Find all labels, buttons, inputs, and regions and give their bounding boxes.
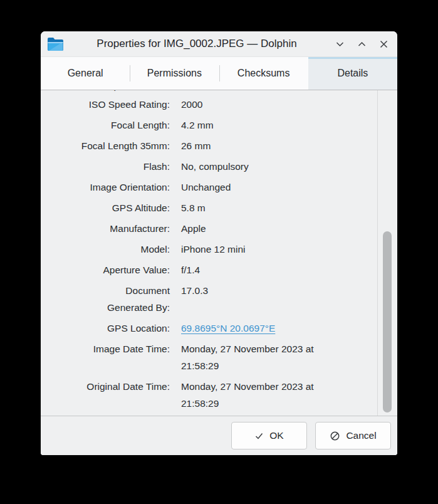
screen-background: Properties for IMG_0002.JPEG — Dolphin [0, 0, 438, 504]
detail-label: Document Generated By: [41, 282, 170, 316]
tab-label: Checksums [237, 68, 290, 79]
detail-value: Monday, 27 November 2023 at 21:58:29 [181, 378, 377, 412]
detail-label: Image Date Time: [41, 340, 170, 374]
details-panel: Exposure Time:1/33 of a secondISO Speed … [41, 90, 397, 416]
ok-button[interactable]: OK [231, 422, 307, 449]
detail-row: Manufacturer:Apple [41, 218, 377, 239]
detail-row: Focal Length 35mm:26 mm [41, 135, 377, 156]
detail-label: ISO Speed Rating: [41, 96, 170, 113]
tab-label: Permissions [147, 68, 202, 79]
tab-checksums[interactable]: Checksums [219, 57, 308, 90]
close-button[interactable] [378, 39, 388, 49]
detail-value: 17.0.3 [181, 282, 377, 316]
maximize-button[interactable] [357, 39, 367, 49]
tab-label: Details [337, 68, 368, 79]
scrollbar-thumb[interactable] [383, 231, 392, 412]
cancel-icon [330, 431, 340, 441]
detail-label: Exposure Time: [41, 90, 170, 94]
detail-row: Image Date Time:Monday, 27 November 2023… [41, 339, 377, 376]
detail-row: GPS Altitude:5.8 m [41, 197, 377, 218]
ok-button-label: OK [269, 430, 283, 441]
detail-row: Model:iPhone 12 mini [41, 239, 377, 260]
detail-value: No, compulsory [181, 158, 377, 175]
detail-value: Apple [181, 220, 377, 237]
detail-label: GPS Location: [41, 320, 170, 337]
tab-permissions[interactable]: Permissions [130, 57, 219, 90]
detail-row: Document Generated By:17.0.3 [41, 280, 377, 318]
detail-label: Flash: [41, 158, 170, 175]
cancel-button[interactable]: Cancel [315, 422, 391, 449]
detail-row: ISO Speed Rating:2000 [41, 94, 377, 115]
detail-row: Exposure Time:1/33 of a second [41, 90, 377, 94]
chevron-up-icon [357, 39, 367, 49]
tab-details[interactable]: Details [308, 57, 397, 90]
detail-label: Manufacturer: [41, 220, 170, 237]
detail-label: Focal Length 35mm: [41, 137, 170, 154]
minimize-button[interactable] [335, 39, 345, 49]
detail-row: Focal Length:4.2 mm [41, 115, 377, 135]
detail-value: 69.8695°N 20.0697°E [181, 320, 377, 337]
gps-location-link[interactable]: 69.8695°N 20.0697°E [181, 323, 275, 333]
detail-row: GPS Location:69.8695°N 20.0697°E [41, 318, 377, 339]
folder-icon [47, 37, 64, 51]
window-title: Properties for IMG_0002.JPEG — Dolphin [64, 38, 330, 50]
detail-value: f/1.4 [181, 261, 377, 278]
properties-dialog: Properties for IMG_0002.JPEG — Dolphin [41, 31, 397, 455]
detail-label: Aperture Value: [41, 261, 170, 278]
detail-value: 4.2 mm [181, 117, 377, 134]
detail-row: Aperture Value:f/1.4 [41, 260, 377, 280]
detail-row: Original Date Time:Monday, 27 November 2… [41, 376, 377, 414]
chevron-down-icon [335, 39, 345, 49]
detail-label: Image Orientation: [41, 179, 170, 196]
detail-value: Monday, 27 November 2023 at 21:58:29 [181, 340, 377, 374]
window-controls [335, 39, 388, 49]
tab-label: General [68, 68, 103, 79]
close-icon [379, 39, 388, 49]
cancel-button-label: Cancel [346, 430, 376, 441]
detail-row: Flash:No, compulsory [41, 156, 377, 177]
detail-value: 1/33 of a second [181, 90, 377, 94]
detail-value: 26 mm [181, 137, 377, 154]
titlebar[interactable]: Properties for IMG_0002.JPEG — Dolphin [41, 31, 397, 57]
detail-value: Unchanged [181, 179, 377, 196]
check-icon [254, 431, 264, 441]
detail-value: 5.8 m [181, 199, 377, 216]
dialog-footer: OK Cancel [41, 416, 397, 455]
tab-general[interactable]: General [41, 57, 130, 90]
tab-bar: General Permissions Checksums Details [41, 57, 397, 90]
detail-label: GPS Altitude: [41, 199, 170, 216]
detail-label: Focal Length: [41, 117, 170, 134]
detail-value: iPhone 12 mini [181, 241, 377, 258]
details-rows: Exposure Time:1/33 of a secondISO Speed … [41, 90, 377, 416]
detail-label: Model: [41, 241, 170, 258]
scrollbar[interactable] [377, 90, 397, 416]
detail-row: Image Orientation:Unchanged [41, 177, 377, 197]
detail-value: 2000 [181, 96, 377, 113]
detail-label: Original Date Time: [41, 378, 170, 412]
